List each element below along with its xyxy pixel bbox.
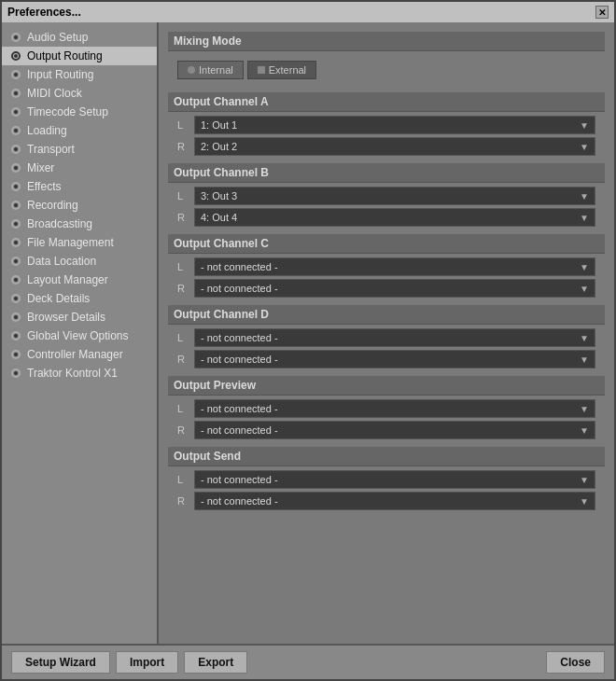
preview-l-dropdown[interactable]: - not connected - ▼ bbox=[194, 399, 595, 418]
send-r-dropdown[interactable]: - not connected - ▼ bbox=[194, 492, 595, 510]
preferences-window: Preferences... ✕ Audio SetupOutput Routi… bbox=[0, 0, 616, 681]
sidebar-item-global-view-options[interactable]: Global View Options bbox=[2, 327, 157, 345]
sidebar-label-file-management: File Management bbox=[27, 236, 114, 249]
close-button[interactable]: Close bbox=[546, 651, 605, 674]
content-area: Mixing Mode Internal External Output Cha… bbox=[159, 22, 614, 644]
channel-a-l-value: 1: Out 1 bbox=[201, 119, 237, 131]
sidebar-label-input-routing: Input Routing bbox=[27, 68, 93, 81]
output-channel-b-section: Output Channel B L 3: Out 3 ▼ R 4: Out 4… bbox=[168, 163, 605, 227]
channel-a-l-dropdown[interactable]: 1: Out 1 ▼ bbox=[194, 116, 595, 134]
external-mode-button[interactable]: External bbox=[247, 61, 316, 79]
sidebar-item-effects[interactable]: Effects bbox=[2, 177, 157, 196]
sidebar-item-recording[interactable]: Recording bbox=[2, 196, 157, 215]
internal-mode-button[interactable]: Internal bbox=[177, 61, 244, 79]
main-area: Audio SetupOutput RoutingInput RoutingMI… bbox=[2, 22, 614, 644]
output-channel-b-header: Output Channel B bbox=[168, 163, 605, 183]
footer: Setup Wizard Import Export Close bbox=[2, 644, 614, 679]
send-l-row: L - not connected - ▼ bbox=[168, 470, 605, 489]
footer-left-buttons: Setup Wizard Import Export bbox=[11, 651, 247, 674]
import-button[interactable]: Import bbox=[116, 651, 178, 674]
sidebar-label-deck-details: Deck Details bbox=[27, 292, 90, 305]
sidebar-label-controller-manager: Controller Manager bbox=[27, 348, 123, 361]
sidebar-item-browser-details[interactable]: Browser Details bbox=[2, 308, 157, 327]
sidebar-item-broadcasting[interactable]: Broadcasting bbox=[2, 215, 157, 233]
channel-c-l-value: - not connected - bbox=[201, 261, 278, 272]
channel-c-r-label: R bbox=[177, 283, 190, 294]
send-l-arrow: ▼ bbox=[580, 475, 589, 485]
channel-a-r-row: R 2: Out 2 ▼ bbox=[168, 137, 605, 156]
channel-d-l-row: L - not connected - ▼ bbox=[168, 328, 605, 347]
sidebar-item-output-routing[interactable]: Output Routing bbox=[2, 47, 157, 65]
sidebar-icon-midi-clock bbox=[9, 87, 22, 100]
channel-c-r-dropdown[interactable]: - not connected - ▼ bbox=[194, 279, 595, 298]
channel-c-r-row: R - not connected - ▼ bbox=[168, 279, 605, 298]
output-channel-d-section: Output Channel D L - not connected - ▼ R… bbox=[168, 305, 605, 368]
sidebar: Audio SetupOutput RoutingInput RoutingMI… bbox=[2, 22, 159, 644]
send-r-value: - not connected - bbox=[201, 495, 278, 507]
send-l-dropdown[interactable]: - not connected - ▼ bbox=[194, 470, 595, 489]
internal-mode-icon bbox=[188, 66, 195, 74]
preview-l-label: L bbox=[177, 403, 190, 414]
sidebar-item-input-routing[interactable]: Input Routing bbox=[2, 65, 157, 84]
sidebar-item-traktor-kontrol-x1[interactable]: Traktor Kontrol X1 bbox=[2, 364, 157, 382]
sidebar-icon-timecode-setup bbox=[9, 105, 22, 118]
sidebar-item-deck-details[interactable]: Deck Details bbox=[2, 289, 157, 308]
sidebar-label-effects: Effects bbox=[27, 180, 61, 193]
channel-b-l-dropdown[interactable]: 3: Out 3 ▼ bbox=[194, 187, 595, 205]
sidebar-label-timecode-setup: Timecode Setup bbox=[27, 105, 108, 118]
sidebar-label-layout-manager: Layout Manager bbox=[27, 273, 108, 286]
preview-r-label: R bbox=[177, 424, 190, 436]
preview-l-arrow: ▼ bbox=[580, 404, 589, 414]
sidebar-label-global-view-options: Global View Options bbox=[27, 329, 129, 342]
channel-b-l-value: 3: Out 3 bbox=[201, 190, 237, 202]
sidebar-label-recording: Recording bbox=[27, 199, 78, 212]
mixing-mode-header: Mixing Mode bbox=[168, 32, 605, 51]
sidebar-item-data-location[interactable]: Data Location bbox=[2, 252, 157, 271]
sidebar-item-controller-manager[interactable]: Controller Manager bbox=[2, 345, 157, 364]
preview-r-dropdown[interactable]: - not connected - ▼ bbox=[194, 421, 595, 439]
sidebar-icon-browser-details bbox=[9, 311, 22, 324]
channel-b-r-label: R bbox=[177, 212, 190, 223]
external-mode-icon bbox=[258, 66, 265, 74]
channel-a-l-label: L bbox=[177, 119, 190, 131]
sidebar-item-midi-clock[interactable]: MIDI Clock bbox=[2, 84, 157, 103]
channel-d-r-dropdown[interactable]: - not connected - ▼ bbox=[194, 350, 595, 368]
output-channel-a-header: Output Channel A bbox=[168, 92, 605, 112]
window-title: Preferences... bbox=[7, 6, 81, 19]
mixing-mode-section: Mixing Mode Internal External bbox=[168, 32, 605, 85]
sidebar-item-transport[interactable]: Transport bbox=[2, 140, 157, 159]
send-l-label: L bbox=[177, 474, 190, 485]
sidebar-icon-input-routing bbox=[9, 68, 22, 81]
sidebar-item-audio-setup[interactable]: Audio Setup bbox=[2, 28, 157, 47]
sidebar-label-loading: Loading bbox=[27, 124, 67, 137]
channel-c-l-dropdown[interactable]: - not connected - ▼ bbox=[194, 257, 595, 276]
sidebar-item-mixer[interactable]: Mixer bbox=[2, 159, 157, 177]
sidebar-icon-data-location bbox=[9, 255, 22, 268]
sidebar-item-file-management[interactable]: File Management bbox=[2, 233, 157, 252]
channel-d-r-arrow: ▼ bbox=[580, 354, 589, 365]
sidebar-icon-mixer bbox=[9, 161, 22, 174]
sidebar-icon-deck-details bbox=[9, 292, 22, 305]
sidebar-label-audio-setup: Audio Setup bbox=[27, 31, 88, 44]
channel-d-l-dropdown[interactable]: - not connected - ▼ bbox=[194, 328, 595, 347]
channel-a-r-dropdown[interactable]: 2: Out 2 ▼ bbox=[194, 137, 595, 156]
channel-b-r-dropdown[interactable]: 4: Out 4 ▼ bbox=[194, 208, 595, 227]
sidebar-item-timecode-setup[interactable]: Timecode Setup bbox=[2, 103, 157, 121]
output-send-header: Output Send bbox=[168, 447, 605, 466]
channel-d-r-label: R bbox=[177, 354, 190, 365]
send-r-label: R bbox=[177, 495, 190, 507]
channel-a-l-arrow: ▼ bbox=[580, 120, 589, 131]
send-l-value: - not connected - bbox=[201, 474, 278, 485]
channel-a-r-label: R bbox=[177, 141, 190, 152]
window-close-button[interactable]: ✕ bbox=[595, 6, 609, 19]
export-button[interactable]: Export bbox=[184, 651, 247, 674]
sidebar-item-layout-manager[interactable]: Layout Manager bbox=[2, 271, 157, 289]
sidebar-icon-global-view-options bbox=[9, 329, 22, 342]
channel-c-l-arrow: ▼ bbox=[580, 262, 589, 272]
setup-wizard-button[interactable]: Setup Wizard bbox=[11, 651, 110, 674]
sidebar-item-loading[interactable]: Loading bbox=[2, 121, 157, 140]
sidebar-icon-layout-manager bbox=[9, 273, 22, 286]
output-channel-a-section: Output Channel A L 1: Out 1 ▼ R 2: Out 2… bbox=[168, 92, 605, 156]
channel-b-r-row: R 4: Out 4 ▼ bbox=[168, 208, 605, 227]
internal-mode-label: Internal bbox=[199, 64, 233, 76]
